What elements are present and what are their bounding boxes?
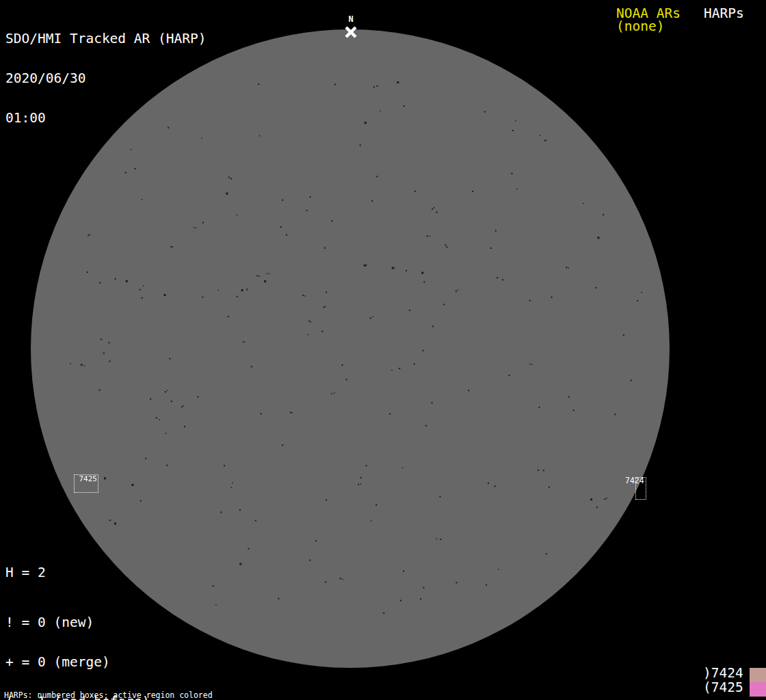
north-pole-label: N xyxy=(345,14,356,24)
footnote-harps: HARPs: numbered boxes; active region col… xyxy=(4,692,279,700)
footnotes: HARPs: numbered boxes; active region col… xyxy=(4,676,279,700)
flag-new: ! = 0 (new) xyxy=(5,616,158,629)
observation-date: 2020/06/30 xyxy=(5,72,207,85)
harp-legend-label-7424: )7424 xyxy=(703,667,743,679)
noaa-ars-value: (none) xyxy=(616,20,664,33)
harp-box-7424-id: 7424 xyxy=(625,476,644,485)
harp-box-7425: 7425 xyxy=(74,474,98,493)
observation-time: 01:00 xyxy=(5,111,207,124)
page-title: SDO/HMI Tracked AR (HARP) xyxy=(5,32,207,45)
header-block: SDO/HMI Tracked AR (HARP) 2020/06/30 01:… xyxy=(5,6,207,150)
harp-box-7425-id: 7425 xyxy=(75,475,98,483)
harp-count-line: H = 2 xyxy=(5,566,46,579)
harp-legend-label-7425: (7425 xyxy=(703,681,743,694)
harp-legend-swatch-7425 xyxy=(750,682,766,697)
harps-label: HARPs xyxy=(704,7,744,20)
harp-legend-swatch-7424 xyxy=(750,668,766,682)
flag-merge: + = 0 (merge) xyxy=(5,656,158,669)
harp-tracking-plot: SDO/HMI Tracked AR (HARP) 2020/06/30 01:… xyxy=(0,0,766,700)
